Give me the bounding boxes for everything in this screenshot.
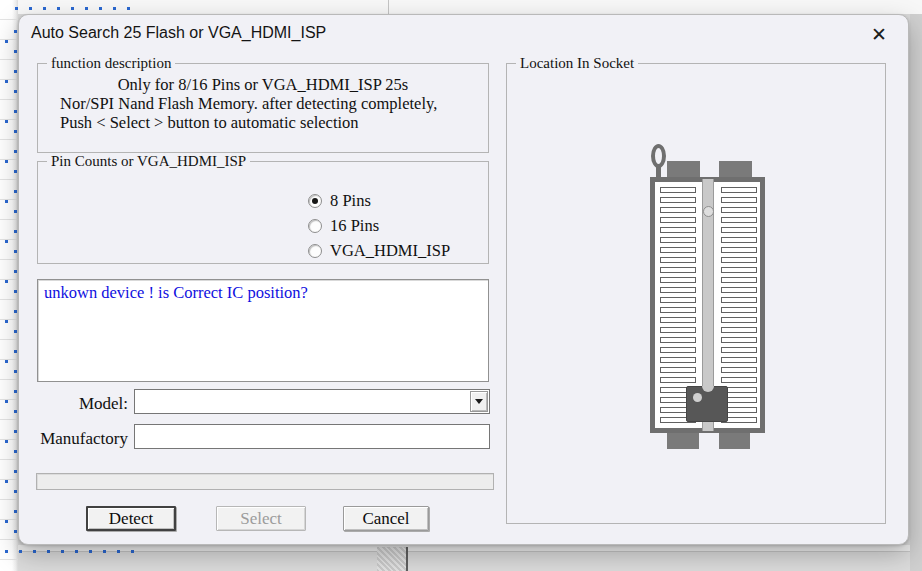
- backdrop-dot: [14, 30, 17, 33]
- socket-bottom-right-tab: [719, 433, 750, 449]
- backdrop-dot: [5, 320, 8, 323]
- backdrop-dot: [14, 350, 17, 353]
- socket-pin-slot: [721, 217, 757, 223]
- model-dropdown-button[interactable]: [470, 391, 488, 412]
- backdrop-dot: [5, 80, 8, 83]
- socket-pin-slot: [721, 267, 757, 273]
- backdrop-right-strip: [910, 14, 922, 571]
- backdrop-dot: [14, 430, 17, 433]
- socket-pin-slot: [721, 187, 757, 193]
- function-description-line: Only for 8/16 Pins or VGA_HDMI_ISP 25s: [38, 75, 488, 94]
- socket-pin-slot: [721, 337, 757, 343]
- radio-8-pins[interactable]: 8 Pins: [308, 188, 450, 213]
- socket-pin-slot: [660, 227, 696, 233]
- socket-bottom-left-tab: [667, 433, 699, 449]
- backdrop-dot: [14, 310, 17, 313]
- socket-pin-slot: [721, 357, 757, 363]
- socket-pin-slot: [660, 347, 696, 353]
- select-button[interactable]: Select: [216, 506, 306, 531]
- socket-pin-slot: [660, 187, 696, 193]
- backdrop-dot: [14, 330, 17, 333]
- cancel-button[interactable]: Cancel: [343, 506, 429, 531]
- socket-pin-slot: [721, 377, 757, 383]
- close-icon[interactable]: ✕: [866, 21, 892, 47]
- backdrop-dot: [5, 400, 8, 403]
- function-description-line: Nor/SPI Nand Flash Memory. after detecti…: [38, 94, 488, 113]
- socket-pin-slot: [660, 317, 696, 323]
- backdrop-dot: [14, 470, 17, 473]
- function-description-line: Push < Select > button to automatic sele…: [38, 113, 488, 132]
- backdrop-dot: [14, 270, 17, 273]
- socket-pin-slot: [721, 327, 757, 333]
- socket-pin-slot: [660, 217, 696, 223]
- backdrop-dot: [33, 550, 36, 553]
- backdrop-dot: [14, 290, 17, 293]
- backdrop-dot: [15, 7, 18, 10]
- backdrop-dot: [71, 7, 74, 10]
- detect-button[interactable]: Detect: [86, 506, 176, 531]
- message-text: unkown device ! is Correct IC position?: [44, 283, 308, 302]
- backdrop-dot: [113, 7, 116, 10]
- backdrop-dot: [14, 190, 17, 193]
- model-label: Model:: [25, 394, 128, 414]
- backdrop-dot: [127, 7, 130, 10]
- pin-counts-group-label: Pin Counts or VGA_HDMI_ISP: [47, 153, 250, 170]
- backdrop-dot: [14, 230, 17, 233]
- backdrop-dot: [14, 170, 17, 173]
- socket-pin-slot: [721, 367, 757, 373]
- backdrop-dot: [14, 150, 17, 153]
- radio-vga-hdmi-isp[interactable]: VGA_HDMI_ISP: [308, 238, 450, 263]
- manufactory-input[interactable]: [134, 424, 490, 449]
- backdrop-dot: [131, 550, 134, 553]
- socket-top-right-tab: [719, 161, 752, 178]
- backdrop-dot: [99, 7, 102, 10]
- backdrop-dot: [117, 550, 120, 553]
- socket-pin-slot: [721, 297, 757, 303]
- status-message-box: unkown device ! is Correct IC position?: [37, 279, 489, 382]
- socket-pin-slot: [660, 327, 696, 333]
- backdrop-dot: [14, 370, 17, 373]
- function-description-text: Only for 8/16 Pins or VGA_HDMI_ISP 25s N…: [38, 64, 488, 132]
- socket-pin-slot: [660, 247, 696, 253]
- socket-pin-slot: [660, 257, 696, 263]
- radio-label: 8 Pins: [330, 191, 371, 211]
- backdrop-dot: [5, 520, 8, 523]
- socket-pin-slot: [721, 347, 757, 353]
- radio-16-pins[interactable]: 16 Pins: [308, 213, 450, 238]
- backdrop-hatch-texture: [377, 547, 406, 571]
- model-combobox[interactable]: [134, 389, 490, 414]
- socket-pin-slot: [721, 307, 757, 313]
- backdrop-dot: [14, 530, 17, 533]
- backdrop-dot: [5, 280, 8, 283]
- socket-channel-screw: [703, 206, 714, 217]
- ic-chip: [686, 386, 728, 422]
- backdrop-dot: [29, 7, 32, 10]
- backdrop-dot: [14, 210, 17, 213]
- backdrop-dot: [14, 410, 17, 413]
- backdrop-dot: [5, 40, 8, 43]
- socket-pin-slot: [660, 357, 696, 363]
- socket-pin-slot: [660, 297, 696, 303]
- backdrop-vertical-line-bottom: [406, 547, 408, 571]
- socket-pin-slot: [721, 247, 757, 253]
- socket-pin-slot: [660, 337, 696, 343]
- backdrop-dot: [14, 50, 17, 53]
- radio-label: VGA_HDMI_ISP: [330, 241, 450, 261]
- dialog-title: Auto Search 25 Flash or VGA_HDMI_ISP: [31, 24, 326, 42]
- ic-chip-notch: [702, 386, 714, 392]
- backdrop-dot: [14, 250, 17, 253]
- socket-pin-slot: [660, 307, 696, 313]
- backdrop-dot: [14, 450, 17, 453]
- ic-pin1-dot-icon: [693, 393, 702, 402]
- function-description-group: function description Only for 8/16 Pins …: [37, 63, 489, 153]
- backdrop-dot: [14, 130, 17, 133]
- location-in-socket-group: Location In Socket: [506, 63, 886, 524]
- socket-pin-slot: [660, 197, 696, 203]
- zif-socket-illustration: [507, 64, 885, 523]
- backdrop-dot: [14, 110, 17, 113]
- socket-pin-slot: [660, 367, 696, 373]
- backdrop-dot: [5, 550, 8, 553]
- backdrop-dot: [5, 200, 8, 203]
- radio-button-icon: [308, 244, 322, 258]
- pin-counts-radio-group: 8 Pins 16 Pins VGA_HDMI_ISP: [308, 188, 450, 263]
